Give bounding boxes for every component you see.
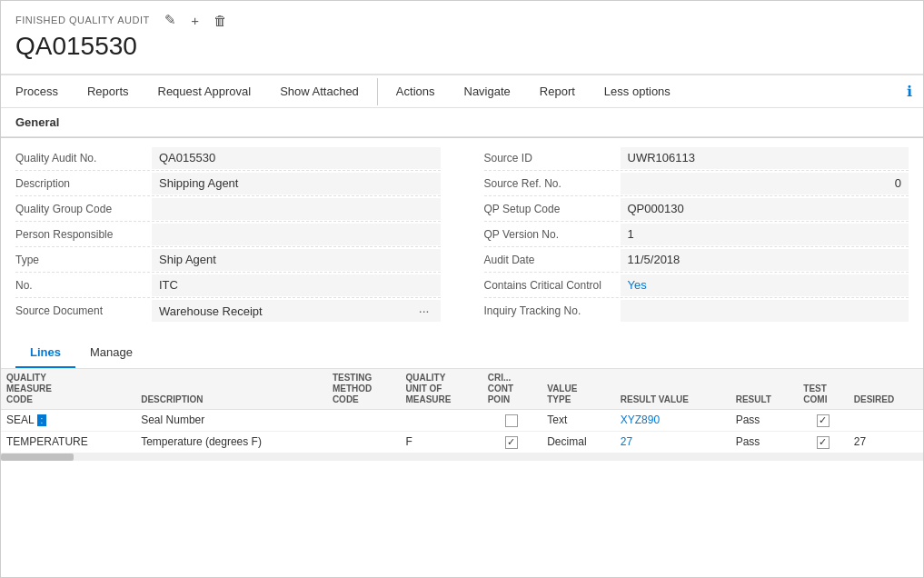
- col-header-quality-measure-code: QualityMeasureCode: [1, 369, 135, 410]
- field-value-contains-critical-control[interactable]: Yes: [621, 274, 909, 296]
- left-fields-col: Quality Audit No. QA015530 Description S…: [15, 145, 462, 324]
- field-value-inquiry-tracking-no[interactable]: [621, 300, 909, 322]
- field-type: Type Ship Agent: [15, 247, 441, 273]
- toolbar-request-approval[interactable]: Request Approval: [144, 75, 266, 107]
- field-audit-date: Audit Date 11/5/2018: [484, 247, 909, 273]
- field-source-id: Source ID UWR106113: [484, 145, 909, 171]
- field-label-source-document: Source Document: [15, 301, 152, 321]
- cell-result: Pass: [730, 410, 799, 432]
- field-source-ref-no: Source Ref. No. 0: [484, 171, 909, 196]
- field-description: Description Shipping Agent: [15, 171, 441, 196]
- field-label-type: Type: [15, 250, 152, 270]
- field-value-no[interactable]: ITC: [152, 274, 441, 296]
- field-value-source-ref-no[interactable]: 0: [621, 173, 909, 194]
- toolbar-actions[interactable]: Actions: [382, 75, 450, 107]
- field-value-quality-audit-no[interactable]: QA015530: [152, 147, 441, 169]
- result-value-link-1[interactable]: XYZ890: [621, 414, 660, 426]
- col-header-value-type: ValueType: [541, 369, 615, 410]
- field-value-type[interactable]: Ship Agent: [152, 249, 441, 271]
- field-value-qp-version-no[interactable]: 1: [621, 224, 909, 245]
- table-row: SEAL : Seal Number Text XYZ890: [1, 410, 923, 432]
- field-person-responsible: Person Responsible: [15, 222, 441, 247]
- field-value-quality-group-code[interactable]: [152, 198, 441, 220]
- info-icon[interactable]: ℹ: [896, 75, 923, 107]
- col-header-result: Result: [730, 369, 799, 410]
- toolbar-show-attached[interactable]: Show Attached: [265, 75, 373, 107]
- field-label-quality-audit-no: Quality Audit No.: [15, 148, 152, 168]
- table-row: TEMPERATURE Temperature (degrees F) F De…: [1, 431, 923, 453]
- field-label-no: No.: [15, 275, 152, 295]
- col-header-result-value: Result Value: [615, 369, 730, 410]
- field-source-document: Source Document Warehouse Receipt ···: [15, 298, 441, 324]
- field-label-contains-critical-control: Contains Critical Control: [484, 275, 621, 295]
- cell-testing-method-code: [327, 431, 401, 453]
- right-fields-col: Source ID UWR106113 Source Ref. No. 0 QP…: [462, 145, 909, 324]
- cell-description: Seal Number: [135, 410, 327, 432]
- field-no: No. ITC: [15, 273, 441, 298]
- field-value-audit-date[interactable]: 11/5/2018: [621, 249, 909, 271]
- lines-section: Lines Manage QualityMeasureCode Descript…: [1, 338, 923, 461]
- cell-result-value: XYZ890: [615, 410, 730, 432]
- field-label-qp-setup-code: QP Setup Code: [484, 199, 621, 219]
- tab-manage[interactable]: Manage: [75, 338, 147, 368]
- toolbar: Process Reports Request Approval Show At…: [1, 75, 923, 108]
- add-icon[interactable]: +: [191, 13, 199, 28]
- field-label-quality-group-code: Quality Group Code: [15, 199, 152, 219]
- cell-quality-measure-code: TEMPERATURE: [1, 431, 135, 453]
- field-value-source-id[interactable]: UWR106113: [621, 147, 909, 169]
- cell-quality-measure-code: SEAL :: [1, 410, 135, 432]
- field-quality-audit-no: Quality Audit No. QA015530: [15, 145, 441, 171]
- field-value-person-responsible[interactable]: [152, 224, 441, 245]
- tab-lines[interactable]: Lines: [15, 338, 75, 368]
- toolbar-navigate[interactable]: Navigate: [450, 75, 525, 107]
- test-comi-checkbox-2[interactable]: [817, 436, 830, 449]
- result-value-link-2[interactable]: 27: [621, 435, 632, 448]
- horizontal-scrollbar[interactable]: [1, 453, 923, 461]
- field-label-inquiry-tracking-no: Inquiry Tracking No.: [484, 301, 621, 321]
- cri-cont-checkbox-2[interactable]: [505, 436, 518, 449]
- cell-testing-method-code: [327, 410, 401, 432]
- toolbar-less-options[interactable]: Less options: [590, 75, 685, 107]
- field-label-audit-date: Audit Date: [484, 250, 621, 270]
- general-section-header: General: [1, 108, 923, 137]
- cell-cri-cont-poin[interactable]: [482, 431, 542, 453]
- field-label-source-id: Source ID: [484, 148, 621, 168]
- col-header-cri-cont-poin: Cri...ContPoin: [482, 369, 542, 410]
- cell-desired: [849, 410, 923, 432]
- cell-cri-cont-poin[interactable]: [482, 410, 542, 432]
- delete-icon[interactable]: 🗑: [214, 13, 228, 28]
- scrollbar-thumb[interactable]: [1, 453, 74, 461]
- cell-test-comi[interactable]: [798, 410, 848, 432]
- field-inquiry-tracking-no: Inquiry Tracking No.: [484, 298, 909, 324]
- cell-test-comi[interactable]: [798, 431, 848, 453]
- source-document-ellipsis[interactable]: ···: [415, 304, 433, 318]
- lines-table: QualityMeasureCode Description TestingMe…: [1, 369, 923, 453]
- cell-value-type: Decimal: [541, 431, 615, 453]
- field-label-description: Description: [15, 174, 152, 194]
- cell-quality-unit-of-measure: F: [400, 431, 482, 453]
- col-header-testing-method-code: TestingMethodCode: [327, 369, 401, 410]
- field-value-qp-setup-code[interactable]: QP000130: [621, 198, 909, 220]
- col-header-description: Description: [135, 369, 327, 410]
- field-qp-version-no: QP Version No. 1: [484, 222, 909, 247]
- lines-tabs: Lines Manage: [1, 338, 923, 369]
- field-label-source-ref-no: Source Ref. No.: [484, 174, 621, 194]
- toolbar-report[interactable]: Report: [525, 75, 590, 107]
- field-quality-group-code: Quality Group Code: [15, 196, 441, 222]
- page-subtitle-label: FINISHED QUALITY AUDIT: [15, 15, 150, 25]
- field-value-source-document[interactable]: Warehouse Receipt ···: [152, 300, 441, 322]
- cri-cont-checkbox-1[interactable]: [505, 414, 518, 427]
- seal-tag[interactable]: :: [37, 414, 47, 426]
- toolbar-separator: [377, 78, 378, 105]
- edit-icon[interactable]: ✎: [164, 12, 177, 28]
- field-value-description[interactable]: Shipping Agent: [152, 173, 441, 194]
- contains-critical-control-link[interactable]: Yes: [628, 278, 647, 292]
- col-header-desired: Desired: [849, 369, 923, 410]
- toolbar-reports[interactable]: Reports: [73, 75, 144, 107]
- test-comi-checkbox-1[interactable]: [817, 414, 830, 427]
- seal-code-text: SEAL: [6, 414, 34, 426]
- toolbar-process[interactable]: Process: [1, 75, 73, 107]
- field-contains-critical-control: Contains Critical Control Yes: [484, 273, 909, 298]
- source-document-text: Warehouse Receipt: [159, 304, 263, 318]
- col-header-quality-unit-of-measure: QualityUnit ofMeasure: [400, 369, 482, 410]
